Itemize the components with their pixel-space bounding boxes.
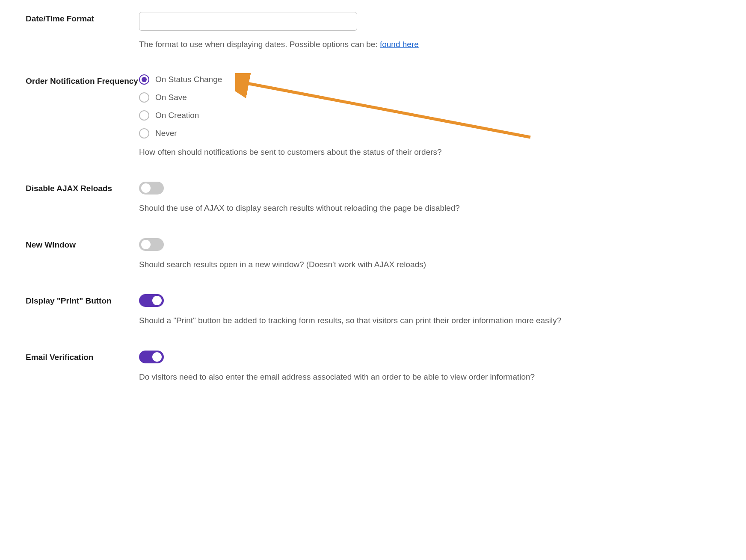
toggle-knob (152, 296, 162, 305)
setting-email-verification: Email Verification Do visitors need to a… (26, 351, 720, 383)
setting-new-window: New Window Should search results open in… (26, 238, 720, 271)
help-text-prefix: The format to use when displaying dates.… (139, 40, 380, 49)
radio-label: On Status Change (155, 75, 222, 84)
order-notification-frequency-label: Order Notification Frequency (26, 74, 139, 87)
disable-ajax-label: Disable AJAX Reloads (26, 182, 139, 195)
display-print-toggle[interactable] (139, 294, 164, 307)
toggle-knob (141, 183, 151, 193)
radio-on-save[interactable]: On Save (139, 92, 720, 103)
display-print-label: Display "Print" Button (26, 294, 139, 307)
radio-on-creation[interactable]: On Creation (139, 110, 720, 121)
display-print-help: Should a "Print" button be added to trac… (139, 315, 720, 327)
setting-display-print: Display "Print" Button Should a "Print" … (26, 294, 720, 327)
new-window-help: Should search results open in a new wind… (139, 259, 720, 271)
radio-never[interactable]: Never (139, 128, 720, 139)
setting-disable-ajax: Disable AJAX Reloads Should the use of A… (26, 182, 720, 214)
email-verification-toggle[interactable] (139, 351, 164, 363)
toggle-knob (152, 352, 162, 362)
new-window-toggle[interactable] (139, 238, 164, 251)
email-verification-label: Email Verification (26, 351, 139, 363)
date-time-format-control: The format to use when displaying dates.… (139, 12, 720, 50)
radio-on-status-change[interactable]: On Status Change (139, 74, 720, 85)
radio-icon (139, 74, 149, 85)
radio-icon (139, 110, 149, 121)
order-notification-frequency-help: How often should notifications be sent t… (139, 146, 720, 158)
new-window-label: New Window (26, 238, 139, 251)
radio-label: Never (155, 129, 177, 138)
order-notification-frequency-control: On Status Change On Save On Creation Nev… (139, 74, 720, 158)
date-time-format-label: Date/Time Format (26, 12, 139, 25)
toggle-knob (141, 240, 151, 249)
radio-label: On Save (155, 93, 187, 102)
display-print-control: Should a "Print" button be added to trac… (139, 294, 720, 327)
radio-label: On Creation (155, 111, 199, 120)
disable-ajax-help: Should the use of AJAX to display search… (139, 202, 720, 214)
date-time-format-input[interactable] (139, 12, 357, 31)
email-verification-help: Do visitors need to also enter the email… (139, 371, 720, 383)
date-time-format-help: The format to use when displaying dates.… (139, 38, 720, 50)
radio-icon (139, 128, 149, 139)
found-here-link[interactable]: found here (380, 40, 419, 49)
email-verification-control: Do visitors need to also enter the email… (139, 351, 720, 383)
setting-date-time-format: Date/Time Format The format to use when … (26, 12, 720, 50)
radio-icon (139, 92, 149, 103)
disable-ajax-control: Should the use of AJAX to display search… (139, 182, 720, 214)
setting-order-notification-frequency: Order Notification Frequency On Status C… (26, 74, 720, 158)
new-window-control: Should search results open in a new wind… (139, 238, 720, 271)
disable-ajax-toggle[interactable] (139, 182, 164, 195)
